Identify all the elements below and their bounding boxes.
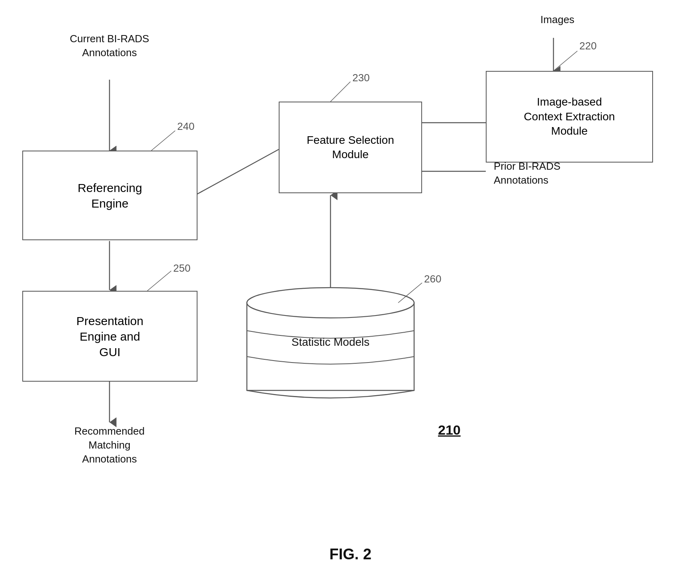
image-context-box: Image-basedContext ExtractionModule: [486, 71, 653, 163]
ref-220: 220: [579, 40, 596, 52]
feature-selection-label: Feature SelectionModule: [307, 133, 394, 162]
ref-260: 260: [424, 273, 441, 285]
feature-selection-box: Feature SelectionModule: [279, 102, 422, 193]
images-label: Images: [534, 13, 581, 27]
ref-250: 250: [173, 262, 190, 274]
presentation-engine-label: PresentationEngine andGUI: [76, 313, 143, 360]
svg-line-15: [147, 271, 171, 291]
presentation-engine-box: PresentationEngine andGUI: [22, 291, 197, 382]
ref-230: 230: [352, 72, 370, 84]
prior-birads-label: Prior BI-RADSAnnotations: [486, 159, 637, 187]
svg-line-16: [330, 82, 350, 102]
current-birads-label: Current BI-RADSAnnotations: [36, 32, 183, 60]
svg-line-8: [195, 149, 279, 195]
svg-point-13: [247, 288, 414, 318]
statistic-models-label: Statistic Models: [247, 335, 414, 350]
fig-label: FIG. 2: [299, 546, 402, 563]
svg-line-17: [553, 51, 577, 71]
svg-line-14: [151, 131, 175, 151]
diagram-number: 210: [438, 422, 461, 438]
referencing-engine-box: ReferencingEngine: [22, 151, 197, 240]
ref-240: 240: [177, 120, 194, 133]
recommended-label: RecommendedMatchingAnnotations: [36, 424, 183, 466]
svg-line-18: [398, 283, 422, 303]
image-context-label: Image-basedContext ExtractionModule: [524, 95, 615, 138]
referencing-engine-label: ReferencingEngine: [78, 180, 142, 211]
diagram: ReferencingEngine PresentationEngine and…: [0, 0, 700, 588]
